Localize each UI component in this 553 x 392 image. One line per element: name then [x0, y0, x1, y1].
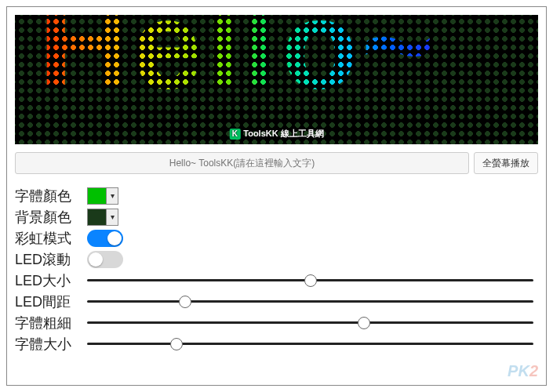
label-font-color: 字體顏色: [15, 187, 87, 205]
row-font-weight: 字體粗細: [15, 312, 538, 333]
font-weight-slider[interactable]: [87, 315, 533, 331]
slider-track: [87, 343, 533, 345]
label-font-weight: 字體粗細: [15, 314, 87, 332]
dropdown-arrow-icon: ▾: [107, 188, 118, 204]
watermark-text: ToolsKK 線上工具網: [243, 128, 323, 140]
font-color-swatch: [88, 188, 107, 204]
led-display-text: Hello~: [38, 15, 438, 117]
slider-track: [87, 300, 533, 303]
bg-color-swatch: [88, 209, 107, 225]
wm-suffix: 2: [529, 362, 538, 379]
message-input[interactable]: [15, 152, 469, 174]
row-font-size: 字體大小: [15, 333, 538, 354]
bg-color-picker[interactable]: ▾: [87, 209, 118, 226]
dropdown-arrow-icon: ▾: [107, 209, 118, 225]
fullscreen-button[interactable]: 全螢幕播放: [474, 152, 538, 174]
label-bg-color: 背景顏色: [15, 208, 87, 227]
app-frame: Hello~ K ToolsKK 線上工具網 全螢幕播放 字體顏色 ▾ 背景顏色…: [6, 6, 547, 386]
label-rainbow: 彩虹模式: [15, 229, 87, 248]
led-preview: Hello~ K ToolsKK 線上工具網: [15, 15, 538, 144]
row-led-size: LED大小: [15, 270, 538, 291]
scroll-toggle[interactable]: [87, 251, 123, 268]
slider-thumb[interactable]: [358, 317, 370, 329]
font-size-slider[interactable]: [87, 336, 533, 352]
label-led-size: LED大小: [15, 271, 87, 290]
font-color-picker[interactable]: ▾: [87, 187, 118, 205]
led-gap-slider[interactable]: [87, 294, 533, 310]
label-scroll: LED滾動: [15, 250, 87, 269]
row-scroll: LED滾動: [15, 249, 538, 270]
toggle-knob: [107, 231, 122, 245]
slider-track: [87, 321, 533, 324]
slider-thumb[interactable]: [304, 274, 317, 287]
slider-thumb[interactable]: [170, 338, 183, 350]
controls-panel: 字體顏色 ▾ 背景顏色 ▾ 彩虹模式 LED滾動: [15, 185, 538, 354]
row-font-color: 字體顏色 ▾: [15, 185, 538, 206]
corner-watermark: PK2: [508, 362, 538, 380]
row-bg-color: 背景顏色 ▾: [15, 206, 538, 227]
label-font-size: 字體大小: [15, 335, 87, 354]
toggle-knob: [89, 252, 103, 267]
input-row: 全螢幕播放: [15, 152, 538, 174]
led-size-slider[interactable]: [87, 273, 533, 289]
wm-prefix: PK: [508, 362, 529, 379]
rainbow-toggle[interactable]: [87, 230, 123, 247]
label-led-gap: LED間距: [15, 292, 87, 311]
slider-thumb[interactable]: [179, 296, 191, 308]
watermark-logo-icon: K: [229, 129, 240, 140]
row-rainbow: 彩虹模式: [15, 227, 538, 249]
row-led-gap: LED間距: [15, 291, 538, 312]
preview-watermark: K ToolsKK 線上工具網: [229, 128, 323, 140]
